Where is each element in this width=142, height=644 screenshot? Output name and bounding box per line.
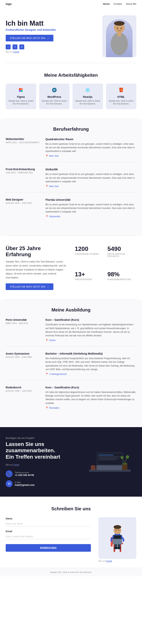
stat-item-2: 5490 ERFOLGREICHE PROJEKTE	[108, 245, 137, 267]
form-right: Bild von Freepik	[98, 517, 136, 562]
stat-item-3: 13+ PREISGEKRÖNT	[75, 271, 104, 290]
reactjs-desc[interactable]: Sample text. Click to select the Text El…	[75, 100, 100, 106]
exp-location-3: 📍 Gainesville	[45, 215, 136, 218]
stats-section: Über 25 Jahre Erfahrung Sample Text. Cli…	[0, 236, 142, 300]
html-desc[interactable]: Sample text. Click to select the Text El…	[109, 100, 134, 106]
form-email-label: Email	[6, 530, 91, 533]
form-name-group: Name	[6, 517, 91, 526]
svg-point-10	[21, 90, 23, 92]
stat-label-4: KUNDENBEWERTUNG	[108, 278, 137, 280]
edu-row-2: Avans Gymnasium AUGUST 2004 – JUNI 2008 …	[6, 352, 136, 380]
facebook-icon[interactable]: f	[6, 44, 11, 50]
cta-email-item: ✉ E-Mail matt@gmail.com	[6, 480, 78, 487]
svg-point-4	[117, 28, 118, 29]
form-submit-button[interactable]: EINREICHEN	[6, 544, 91, 552]
hero-cta-button[interactable]: STELLEN SIE MICH JETZT EIN →	[6, 35, 53, 42]
exp-company-2: StrikeXM	[45, 168, 136, 171]
nav-contact[interactable]: Contact	[114, 2, 122, 5]
stat-label-1: ZUFRIEDENE KUNDEN	[75, 253, 104, 255]
edu-school-3: Rodenborch	[6, 386, 40, 389]
stats-left: Über 25 Jahre Erfahrung Sample Text. Cli…	[6, 245, 67, 290]
reactjs-name: Reactjs	[75, 95, 100, 98]
wordpress-icon: W	[42, 87, 67, 94]
contact-form-section: Schreiben Sie uns Name Email EINREICHEN	[0, 497, 142, 568]
edu-desc-3: Ich habe die Highschool abgeschlossen un…	[45, 390, 136, 405]
edu-row-3: Rodenborch AUGUST 1999 – JUNI 2004 Kurs …	[6, 386, 136, 414]
edu-school-1: Penn Universität	[6, 318, 40, 321]
navbar: logo Home Contact About Me	[0, 0, 142, 8]
edu-right-2: Bachelor – Informatik (Vertiefung Multim…	[45, 352, 136, 376]
edu-desc-1: Gamification ist die Anwendung von Spiel…	[45, 323, 136, 338]
edu-location-2: 📍 's-Hertogenbosch	[45, 373, 136, 376]
form-title: Schreiben Sie uns	[6, 506, 136, 512]
edu-location-1: 📍 Online	[45, 339, 136, 342]
form-name-input[interactable]	[6, 521, 91, 526]
stats-cta-button[interactable]: STELLEN SIE MICH JETZT EIN →	[6, 283, 53, 290]
cta-contacts: 📞 Telefonnummer +1 232 343 44 55 ✉ E-Mai…	[6, 470, 78, 487]
hero-section: Ich bin Matt Freiberuflicher Designer un…	[0, 8, 142, 63]
cta-phone-item: 📞 Telefonnummer +1 232 343 44 55	[6, 470, 78, 477]
instagram-icon[interactable]: ◎	[19, 44, 24, 50]
svg-rect-34	[91, 465, 95, 470]
edu-dates-2: AUGUST 2004 – JUNI 2008	[6, 356, 40, 358]
edu-location-3: 📍 Rosmalen	[45, 406, 136, 409]
edu-left-3: Rodenborch AUGUST 1999 – JUNI 2004	[6, 386, 40, 409]
wordpress-desc[interactable]: Sample text. Click to select the Text El…	[42, 100, 67, 106]
html-icon: </>	[109, 87, 134, 94]
edu-row-1: Penn Universität MÄRZ 2014 – MAI 2014 Ku…	[6, 318, 136, 346]
edu-course-2: Bachelor – Informatik (Vertiefung Multim…	[45, 352, 136, 355]
edu-dates-3: AUGUST 1999 – JUNI 2004	[6, 390, 40, 392]
nav-home[interactable]: Home	[103, 2, 110, 5]
stat-num-1: 1200	[75, 245, 104, 252]
cta-section: Benötigen Sie ein Projekt? Lassen Sie un…	[0, 427, 142, 497]
hero-credit-link[interactable]: Freepik	[13, 51, 19, 53]
exp-jobtitle-1: Webentwickler	[6, 138, 40, 140]
hero-title: Ich bin Matt	[6, 20, 98, 27]
exp-desc-1: Bis zu einem gewissen Grad ist es uns ge…	[45, 142, 136, 153]
svg-point-31	[122, 463, 127, 465]
stat-item-1: 1200 ZUFRIEDENE KUNDEN	[75, 245, 104, 267]
pin-icon-3: 📍	[45, 215, 48, 218]
arrow-icon-2: →	[47, 285, 49, 288]
svg-point-43	[118, 530, 119, 530]
exp-desc-3: Bis zu einem gewissen Grad ist es uns ge…	[45, 203, 136, 214]
form-credit-link[interactable]: Freepik	[106, 560, 112, 562]
edu-desc-2: Die Ausbildung bestand hauptsächlich aus…	[45, 357, 136, 371]
svg-point-41	[114, 525, 121, 529]
form-email-input[interactable]	[6, 534, 91, 539]
html-name: HTML	[109, 95, 134, 98]
svg-rect-25	[98, 455, 114, 456]
exp-jobtitle-2: Front-End-Entwicklung	[6, 168, 40, 171]
svg-point-47	[117, 547, 121, 549]
cta-credit-link[interactable]: Freepik	[13, 464, 19, 466]
cta-image-credit: Bild von Freepik	[6, 464, 78, 466]
stat-label-3: PREISGEKRÖNT	[75, 278, 104, 280]
exp-right-2: StrikeXM Bis zu einem gewissen Grad ist …	[45, 168, 136, 188]
hero-subtitle: Freiberuflicher Designer und Entwickler	[6, 28, 98, 31]
cta-pre-text: Benötigen Sie ein Projekt?	[6, 436, 78, 440]
stat-item-4: 98% KUNDENBEWERTUNG	[108, 271, 137, 290]
edu-dates-1: MÄRZ 2014 – MAI 2014	[6, 322, 40, 324]
exp-dates-2: JUNI 2018 – FEBRUAR 2021	[6, 172, 40, 174]
svg-rect-50	[113, 536, 122, 538]
nav-logo[interactable]: logo	[6, 2, 12, 6]
exp-desc-2: Bis zu einem gewissen Grad ist es uns ge…	[45, 172, 136, 184]
edu-school-2: Avans Gymnasium	[6, 352, 40, 355]
svg-text:</>: </>	[120, 89, 122, 91]
cta-email-info: E-Mail matt@gmail.com	[15, 481, 34, 486]
email-icon: ✉	[6, 480, 12, 487]
svg-rect-48	[113, 538, 122, 544]
exp-left-3: Web Designer AUGUST 2016 – JUNI 2018	[6, 198, 40, 218]
exp-company-1: Quadratischer Raum	[45, 138, 136, 141]
nav-about[interactable]: About Me	[126, 2, 136, 5]
form-email-group: Email	[6, 530, 91, 539]
cta-title: Lassen Sie uns zusammenarbeiten. Ein Tre…	[6, 441, 78, 460]
skills-section: Meine Arbeitsfähigkeiten Figma Sample te…	[0, 63, 142, 119]
figma-desc[interactable]: Sample text. Click to select the Text El…	[8, 100, 34, 106]
edu-course-1: Kurs – Gamification (Kurs)	[45, 318, 136, 321]
edu-right-1: Kurs – Gamification (Kurs) Gamification …	[45, 318, 136, 342]
exp-dates-1: APRIL 2021 – 2023 (GEGENWART)	[6, 141, 40, 144]
experience-title: Berufserfahrung	[6, 126, 136, 132]
twitter-icon[interactable]: 𝕏	[12, 44, 17, 50]
edu-left-2: Avans Gymnasium AUGUST 2004 – JUNI 2008	[6, 352, 40, 376]
